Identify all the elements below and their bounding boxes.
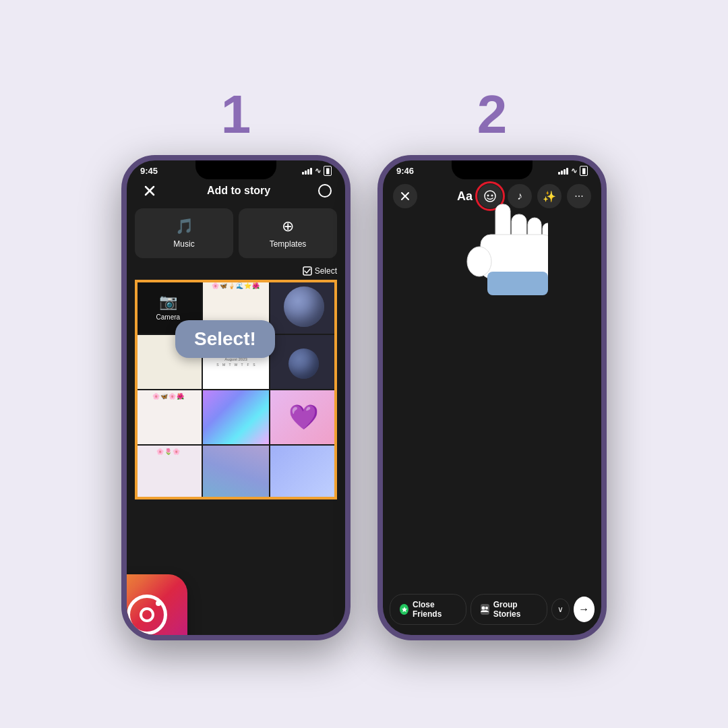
phone-1-time: 9:45 [140, 166, 158, 176]
svg-point-16 [482, 607, 485, 610]
close-friends-label: Close Friends [413, 600, 456, 619]
add-story-header: Add to story [127, 176, 345, 208]
templates-label: Templates [270, 239, 307, 249]
photo-cell-blue[interactable] [270, 446, 337, 499]
main-container: 1 9:45 ∿ ▮ [94, 61, 634, 667]
group-icon [481, 605, 489, 613]
signal-icon [302, 168, 312, 175]
battery-icon-2: ▮ [580, 166, 588, 176]
music-label: Music [173, 239, 194, 249]
camera-icon: 📷 [159, 293, 177, 311]
calendar-content: August 2023 SMTWTFS [215, 357, 257, 367]
svg-point-17 [485, 607, 488, 609]
camera-label: Camera [156, 313, 181, 321]
photo-grid-wrapper: 📷 Camera 🌸🦋🍦🌊⭐🌺 [135, 280, 337, 499]
photo-cell-holographic2[interactable] [203, 446, 270, 499]
phone-1-status-icons: ∿ ▮ [302, 166, 332, 176]
phone-1-notch [195, 160, 276, 179]
chevron-button[interactable]: ∨ [551, 599, 570, 620]
instagram-icon [121, 574, 187, 640]
phone-2-notch [452, 160, 533, 179]
photo-grid: 📷 Camera 🌸🦋🍦🌊⭐🌺 [135, 280, 337, 499]
photo-cell-moon[interactable] [270, 335, 337, 389]
group-stories-button[interactable]: Group Stories [471, 594, 547, 625]
group-stories-icon [481, 604, 489, 615]
step-2-number: 2 [477, 88, 508, 142]
step-2: 2 9:46 ∿ ▮ [377, 88, 607, 640]
arrow-right-icon: → [578, 603, 589, 615]
phone-1: 9:45 ∿ ▮ [121, 155, 351, 640]
svg-point-7 [491, 195, 493, 197]
wifi-icon-2: ∿ [571, 166, 577, 175]
add-story-title: Add to story [207, 185, 270, 197]
templates-icon: ⊕ [282, 218, 294, 235]
close-story-button[interactable] [393, 184, 417, 208]
svg-rect-14 [487, 272, 548, 295]
phone-2: 9:46 ∿ ▮ [377, 155, 607, 640]
wifi-icon: ∿ [315, 166, 321, 175]
hand-svg [460, 198, 548, 299]
close-friends-icon [400, 604, 408, 615]
photo-cell-planet-large[interactable] [270, 280, 337, 334]
group-stories-label: Group Stories [493, 600, 537, 619]
sticker-content: 🌸🦋🍦🌊⭐🌺 [203, 280, 270, 292]
music-card[interactable]: 🎵 Music [135, 208, 233, 258]
menu-section: 🎵 Music ⊕ Templates Select [127, 208, 345, 499]
menu-row: 🎵 Music ⊕ Templates [135, 208, 337, 258]
moon-shape [289, 348, 319, 379]
circle-settings-icon[interactable] [318, 184, 332, 198]
hand-cursor [460, 198, 548, 299]
sticker-content-2: 🌸🦋🌸🌺 [135, 390, 202, 402]
music-icon: 🎵 [175, 218, 193, 235]
step-1-number: 1 [221, 88, 251, 142]
select-bubble: Select! [175, 320, 275, 358]
instagram-inner-ring [140, 607, 154, 622]
select-label[interactable]: Select [315, 266, 337, 276]
ellipsis-icon: ··· [574, 190, 583, 202]
instagram-dot [156, 601, 161, 606]
select-bubble-text: Select! [194, 328, 256, 349]
select-bar: Select [135, 264, 337, 280]
select-icon [303, 266, 312, 276]
instagram-outer-ring [127, 595, 167, 635]
x-icon [400, 191, 410, 201]
more-tool-button[interactable]: ··· [567, 184, 591, 208]
send-button[interactable]: → [574, 597, 595, 622]
phone-2-status-icons: ∿ ▮ [558, 166, 588, 176]
close-friends-button[interactable]: Close Friends [390, 594, 466, 625]
photo-cell-stickers2[interactable]: 🌸🦋🌸🌺 [135, 390, 202, 444]
photo-cell-flowers[interactable]: 🌸🌷🌸 [135, 446, 202, 499]
sticker-content-3: 🌸🌷🌸 [135, 446, 202, 458]
svg-point-13 [467, 247, 491, 276]
svg-point-6 [487, 195, 489, 197]
step-1: 1 9:45 ∿ ▮ [121, 88, 351, 640]
photo-cell-holographic[interactable] [203, 390, 270, 444]
planet-large [284, 286, 324, 327]
phone-2-time: 9:46 [396, 166, 414, 176]
close-icon[interactable] [140, 181, 159, 200]
battery-icon: ▮ [324, 166, 332, 176]
signal-icon-2 [558, 168, 568, 175]
templates-card[interactable]: ⊕ Templates [239, 208, 337, 258]
star-icon [401, 606, 408, 613]
chevron-down-icon: ∨ [557, 605, 564, 614]
svg-marker-15 [402, 607, 407, 612]
story-bottom-bar: Close Friends Group Stories ∨ [390, 594, 595, 625]
photo-cell-heart[interactable]: 💜 [270, 390, 337, 444]
heart-icon: 💜 [289, 403, 319, 431]
